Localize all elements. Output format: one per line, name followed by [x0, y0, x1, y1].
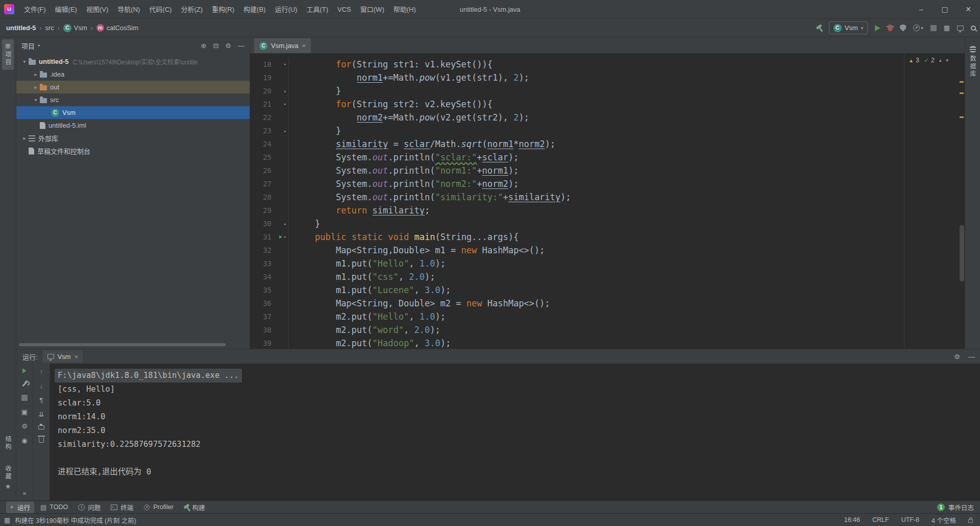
menu-item-9[interactable]: 工具(T) — [302, 6, 333, 13]
search-everywhere-icon[interactable] — [971, 26, 976, 31]
more-actions-icon[interactable]: » — [22, 490, 26, 496]
code-line-18[interactable]: 18▾ for(String str1: v1.keySet()){ — [250, 58, 965, 71]
status-item-3[interactable]: 4 个空格 — [932, 515, 956, 525]
rerun-button[interactable] — [22, 368, 27, 373]
breadcrumb-item-src[interactable]: src — [45, 24, 54, 32]
code-line-23[interactable]: 23▴ } — [250, 124, 965, 137]
fold-end-icon[interactable]: ▴ — [284, 128, 286, 133]
stop-button[interactable] — [930, 25, 937, 31]
menu-item-10[interactable]: VCS — [333, 6, 356, 13]
inspection-widget[interactable]: ▲3 ✓2 ▴ ▾ — [905, 56, 951, 65]
fold-end-icon[interactable]: ▴ — [284, 221, 286, 226]
pin-icon[interactable]: ◉ — [21, 437, 27, 444]
code-line-35[interactable]: 35 m1.put("Lucene", 3.0); — [250, 283, 965, 297]
tree-chevron-icon[interactable]: ▸ — [32, 84, 40, 90]
menu-item-4[interactable]: 代码(C) — [144, 6, 176, 13]
close-button[interactable]: ✕ — [957, 0, 980, 19]
code-line-26[interactable]: 26 System.out.println("norm1:"+norm1); — [250, 164, 965, 177]
run-console-output[interactable]: F:\java8\jdk1.8.0_181\bin\java.exe ...[c… — [50, 364, 980, 500]
code-line-21[interactable]: 21▾ for(String str2: v2.keySet()){ — [250, 98, 965, 111]
code-line-32[interactable]: 32 Map<String,Double> m1 = new HashMap<>… — [250, 244, 965, 257]
code-line-27[interactable]: 27 System.out.println("norm2:"+norm2); — [250, 177, 965, 190]
coverage-button[interactable] — [900, 25, 906, 32]
prev-error-icon[interactable]: ▴ — [939, 58, 942, 63]
clear-console-icon[interactable] — [39, 437, 44, 443]
code-line-37[interactable]: 37 m2.put("Hello", 1.0); — [250, 310, 965, 323]
scroll-to-end-icon[interactable]: ⇊ — [39, 411, 44, 418]
close-icon[interactable]: × — [75, 353, 79, 361]
code-line-34[interactable]: 34 m1.put("css", 2.0); — [250, 270, 965, 283]
tree-chevron-icon[interactable]: ▸ — [20, 135, 29, 141]
layout-icon[interactable] — [957, 26, 964, 31]
menu-item-0[interactable]: 文件(F) — [19, 6, 51, 13]
breadcrumb-item-Vsm[interactable]: Vsm — [63, 24, 87, 32]
fold-start-icon[interactable]: ▾ — [284, 102, 286, 107]
menu-item-3[interactable]: 导航(N) — [113, 6, 144, 13]
menu-item-12[interactable]: 帮助(H) — [389, 6, 421, 13]
event-log-button[interactable]: 事件日志 — [948, 503, 974, 512]
code-line-20[interactable]: 20▴ } — [250, 84, 965, 98]
tree-row-Vsm[interactable]: Vsm — [16, 106, 250, 119]
collapse-all-icon[interactable]: ⊟ — [213, 42, 218, 49]
tree-row-untitled-5.iml[interactable]: untitled-5.iml — [16, 119, 250, 132]
toolwindow-button-问题[interactable]: 问题 — [74, 501, 105, 513]
code-line-39[interactable]: 39 m2.put("Hadoop", 3.0); — [250, 337, 965, 349]
status-item-2[interactable]: UTF-8 — [901, 516, 919, 523]
code-line-33[interactable]: 33 m1.put("Hello", 1.0); — [250, 257, 965, 270]
toolwindow-button-TODO[interactable]: ▤TODO — [36, 503, 72, 512]
tree-row-untitled-5[interactable]: ▾untitled-5C:\Users\15749\Desktop\实验\全文检… — [16, 55, 250, 68]
chevron-down-icon[interactable]: ▾ — [38, 43, 40, 48]
code-line-25[interactable]: 25 System.out.println("sclar:"+sclar); — [250, 151, 965, 164]
code-line-38[interactable]: 38 m2.put("word", 2.0); — [250, 323, 965, 337]
soft-wrap-icon[interactable]: ¶ — [40, 397, 43, 403]
warning-stripe-mark[interactable] — [960, 81, 964, 83]
code-editor[interactable]: 18▾ for(String str1: v1.keySet()){19 nor… — [250, 54, 965, 349]
tree-chevron-icon[interactable]: ▾ — [32, 97, 40, 103]
code-line-19[interactable]: 19 norm1+=Math.pow(v1.get(str1), 2); — [250, 71, 965, 84]
run-line-icon[interactable] — [279, 235, 282, 239]
menu-item-6[interactable]: 重构(R) — [207, 6, 239, 13]
code-line-31[interactable]: 31▾ public static void main(String...arg… — [250, 230, 965, 244]
fold-start-icon[interactable]: ▾ — [284, 62, 286, 67]
tool-tab-project[interactable]: ▦ 项目 — [2, 39, 14, 70]
menu-item-7[interactable]: 构建(B) — [239, 6, 270, 13]
toolwindow-button-构建[interactable]: 构建 — [180, 501, 209, 513]
locate-file-icon[interactable]: ⊕ — [201, 42, 207, 49]
menu-item-2[interactable]: 视图(V) — [82, 6, 113, 13]
code-line-29[interactable]: 29 return similarity; — [250, 204, 965, 217]
menu-item-5[interactable]: 分析(Z) — [176, 6, 207, 13]
toolwindow-button-Profiler[interactable]: Profiler — [139, 503, 178, 512]
code-line-22[interactable]: 22 norm2+=Math.pow(v2.get(str2), 2); — [250, 111, 965, 124]
toolwindow-button-终端[interactable]: 终端 — [107, 501, 137, 513]
toolwindow-toggle-icon[interactable]: ▦ — [4, 517, 10, 523]
down-stack-icon[interactable]: ↓ — [40, 382, 43, 389]
tool-tab-database[interactable]: 数据库 — [967, 42, 978, 82]
menu-item-8[interactable]: 运行(U) — [270, 6, 302, 13]
horizontal-scrollbar[interactable] — [19, 343, 226, 346]
tree-row-外部库[interactable]: ▸外部库 — [16, 132, 250, 145]
run-config-select[interactable]: Vsm ▾ — [829, 21, 868, 34]
code-line-28[interactable]: 28 System.out.println("similarity:"+simi… — [250, 190, 965, 204]
close-icon[interactable]: × — [302, 42, 306, 50]
tool-tab-favorites[interactable]: 收藏 ★ — [2, 462, 14, 493]
up-stack-icon[interactable]: ↑ — [40, 368, 43, 375]
code-line-30[interactable]: 30▴ } — [250, 217, 965, 230]
restore-layout-icon[interactable]: ▣ — [21, 409, 28, 415]
tool-tab-structure[interactable]: 结构 — [2, 432, 14, 455]
minimize-button[interactable]: – — [910, 0, 933, 19]
editor-tab-vsm[interactable]: Vsm.java × — [254, 38, 311, 53]
code-line-24[interactable]: 24 similarity = sclar/Math.sqrt(norm1*no… — [250, 137, 965, 151]
hide-panel-icon[interactable]: — — [238, 42, 244, 49]
vertical-scrollbar[interactable] — [960, 225, 964, 281]
tree-row-out[interactable]: ▸out — [16, 81, 250, 93]
toolwindows-icon[interactable]: ▦ — [944, 25, 950, 31]
warning-stripe-mark[interactable] — [960, 116, 964, 118]
fold-start-icon[interactable]: ▾ — [284, 234, 286, 240]
toolwindow-button-运行[interactable]: 运行 — [6, 501, 34, 513]
status-item-0[interactable]: 16:46 — [844, 516, 860, 523]
gear-icon[interactable]: ⚙ — [225, 42, 231, 49]
menu-item-11[interactable]: 窗口(W) — [356, 6, 389, 13]
warning-stripe-mark[interactable] — [960, 92, 964, 94]
settings-icon[interactable]: ⚙ — [21, 423, 28, 429]
print-icon[interactable] — [38, 425, 44, 429]
